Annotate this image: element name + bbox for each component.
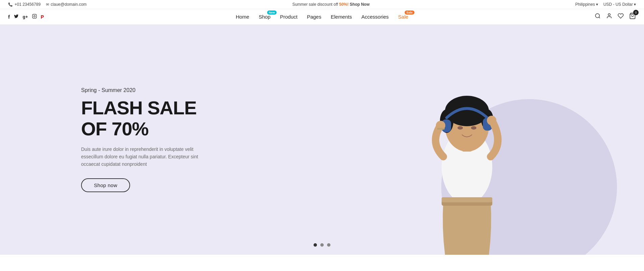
svg-point-4 [608, 14, 610, 16]
nav-sale[interactable]: Sale Sale [398, 14, 408, 20]
email-contact: ✉ claue@domain.com [46, 2, 86, 7]
svg-rect-26 [442, 197, 492, 202]
slider-dot-2[interactable] [320, 243, 324, 247]
announcement-bar: Summer sale discount off 50%! Shop Now [86, 2, 575, 7]
currency-selector[interactable]: USD - US Dollar ▾ [603, 2, 636, 7]
region-selector[interactable]: Philippines ▾ [575, 2, 598, 7]
header: f g+ P Home Shop New Product Pages Eleme… [0, 9, 644, 25]
slider-dot-3[interactable] [327, 243, 330, 247]
svg-rect-24 [437, 128, 445, 130]
pinterest-icon[interactable]: P [41, 14, 44, 20]
svg-rect-0 [32, 14, 36, 18]
top-bar: 📞 +01 23456789 ✉ claue@domain.com Summer… [0, 0, 644, 9]
email-icon: ✉ [46, 2, 49, 7]
email-address: claue@domain.com [51, 2, 86, 7]
hero-title: FLASH SALE OF 70% [81, 97, 203, 139]
googleplus-icon[interactable]: g+ [23, 14, 28, 19]
svg-point-2 [595, 14, 599, 18]
main-nav: Home Shop New Product Pages Elements Acc… [236, 14, 408, 20]
hero-person-svg [396, 59, 538, 255]
announcement-text: Summer sale discount off [292, 2, 339, 7]
chevron-down-icon: ▾ [634, 2, 636, 7]
shop-new-badge: New [267, 10, 277, 15]
hero-image-area [290, 25, 644, 255]
svg-line-3 [599, 17, 600, 18]
search-icon[interactable] [595, 13, 601, 21]
nav-product[interactable]: Product [280, 14, 298, 20]
cart-icon[interactable]: 0 [629, 13, 636, 21]
top-bar-left: 📞 +01 23456789 ✉ claue@domain.com [8, 2, 86, 7]
slider-dots [314, 243, 330, 247]
nav-pages[interactable]: Pages [307, 14, 321, 20]
announcement-highlight: 50%! [339, 2, 349, 7]
phone-icon: 📞 [8, 2, 13, 7]
svg-point-19 [471, 126, 476, 130]
sale-badge: Sale [405, 10, 415, 15]
nav-elements[interactable]: Elements [331, 14, 352, 20]
hero-subtitle: Spring - Summer 2020 [81, 87, 203, 93]
shop-now-button[interactable]: Shop now [81, 178, 130, 192]
svg-point-18 [457, 126, 463, 130]
hero-person-image [396, 59, 538, 255]
instagram-icon[interactable] [32, 14, 37, 20]
nav-shop[interactable]: Shop New [259, 14, 271, 20]
facebook-icon[interactable]: f [8, 14, 10, 20]
header-icons: 0 [595, 13, 636, 21]
wishlist-icon[interactable] [618, 13, 624, 21]
nav-home[interactable]: Home [236, 14, 249, 20]
hero-description: Duis aute irure dolor in reprehenderit i… [81, 145, 203, 168]
account-icon[interactable] [606, 13, 612, 21]
top-bar-right: Philippines ▾ USD - US Dollar ▾ [575, 2, 636, 7]
slider-dot-1[interactable] [314, 243, 317, 247]
chevron-down-icon: ▾ [596, 2, 598, 7]
phone-number: +01 23456789 [15, 2, 41, 7]
social-icons: f g+ P [8, 14, 44, 20]
hero-content: Spring - Summer 2020 FLASH SALE OF 70% D… [0, 87, 203, 192]
announcement-link[interactable]: Shop Now [350, 2, 370, 7]
nav-accessories[interactable]: Accessories [361, 14, 389, 20]
hero-section: Spring - Summer 2020 FLASH SALE OF 70% D… [0, 25, 644, 255]
phone-contact: 📞 +01 23456789 [8, 2, 41, 7]
svg-point-23 [487, 116, 496, 125]
twitter-icon[interactable] [14, 14, 19, 20]
cart-count: 0 [633, 10, 639, 15]
